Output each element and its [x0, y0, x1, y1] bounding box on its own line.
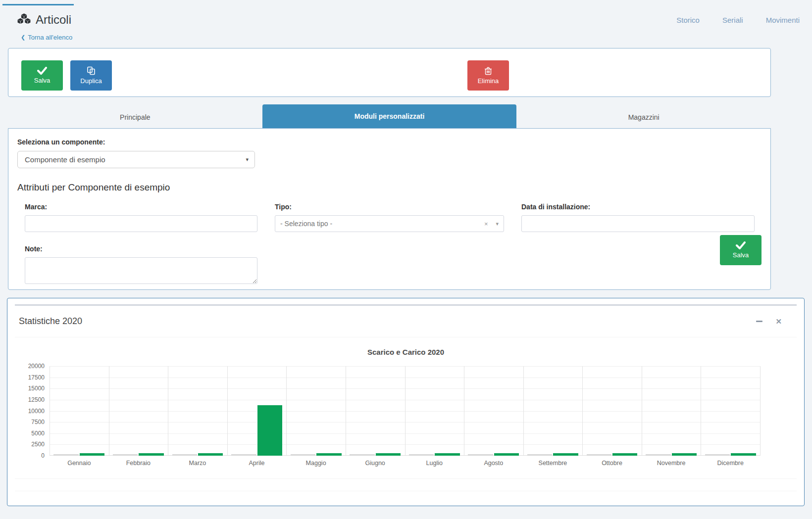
header-link-storico[interactable]: Storico [676, 16, 700, 24]
bar-scarico [646, 454, 670, 456]
x-tick-label: Dicembre [701, 456, 760, 471]
bar-group-marzo [168, 366, 227, 456]
x-tick-label: Febbraio [109, 456, 168, 471]
bar-group-gennaio [50, 366, 109, 456]
chevron-left-icon: ❮ [21, 34, 25, 41]
trash-icon [484, 67, 492, 75]
installation-date-label: Data di installazione: [521, 203, 755, 211]
back-to-list-link[interactable]: ❮ Torna all'elenco [21, 34, 72, 41]
installation-date-input[interactable] [521, 215, 755, 232]
bar-group-luglio [405, 366, 464, 456]
marca-input[interactable] [25, 215, 257, 232]
top-accent-bar [2, 4, 74, 5]
save-button[interactable]: Salva [21, 60, 63, 91]
bar-carico [435, 453, 459, 456]
bar-group-agosto [464, 366, 523, 456]
statistics-panel: Statistiche 2020 ✕ Scarico e Carico 2020… [7, 298, 805, 506]
y-tick-label: 15000 [28, 385, 45, 392]
bar-scarico [231, 454, 256, 456]
bar-group-aprile [227, 366, 287, 456]
y-tick-label: 20000 [28, 363, 45, 370]
divider [15, 491, 797, 491]
tab-bar: PrincipaleModuli personalizzatiMagazzini [8, 106, 771, 128]
bar-group-dicembre [701, 366, 760, 456]
x-tick-label: Giugno [346, 456, 405, 471]
tab-principale[interactable]: Principale [8, 106, 262, 128]
bar-scarico [409, 454, 434, 456]
minimize-icon[interactable] [756, 321, 762, 322]
x-tick-label: Settembre [523, 456, 583, 471]
bar-carico [731, 453, 756, 456]
duplicate-button[interactable]: Duplica [70, 60, 112, 91]
y-tick-label: 10000 [28, 408, 45, 415]
bar-scarico [53, 454, 78, 456]
bar-carico [376, 453, 401, 456]
bar-scarico [587, 454, 611, 456]
x-tick-label: Novembre [642, 456, 701, 471]
bar-carico [198, 453, 223, 456]
y-tick-label: 0 [41, 452, 45, 459]
bar-scarico [172, 454, 197, 456]
y-tick-label: 5000 [31, 430, 45, 437]
note-textarea[interactable] [25, 257, 257, 284]
check-icon [736, 241, 746, 249]
component-select[interactable]: Componente di esempio ▾ [17, 151, 255, 168]
chart-title: Scarico e Carico 2020 [7, 337, 804, 366]
y-tick-label: 12500 [28, 396, 45, 403]
clear-icon[interactable]: × [484, 220, 488, 228]
bar-scarico [291, 454, 315, 456]
bar-scarico [705, 454, 730, 456]
bar-carico [316, 453, 341, 456]
x-tick-label: Luglio [405, 456, 464, 471]
header-links: StoricoSerialiMovimenti [676, 16, 800, 24]
bar-group-settembre [523, 366, 583, 456]
chart-y-axis: 20000175001500012500100007500500025000 [15, 366, 50, 456]
bar-group-giugno [346, 366, 405, 456]
page-header: Articoli StoricoSerialiMovimenti [0, 0, 812, 27]
check-icon [37, 67, 47, 75]
x-tick-label: Ottobre [582, 456, 642, 471]
copy-icon [87, 66, 96, 75]
bar-scarico [113, 454, 138, 456]
bar-chart: 20000175001500012500100007500500025000 [15, 366, 804, 456]
tipo-select[interactable]: - Seleziona tipo - × ▾ [275, 215, 504, 232]
bar-group-febbraio [109, 366, 168, 456]
bar-carico [80, 453, 104, 456]
bar-scarico [468, 454, 493, 456]
bar-carico [139, 453, 163, 456]
header-link-seriali[interactable]: Seriali [722, 16, 743, 24]
delete-button[interactable]: Elimina [467, 60, 509, 91]
chevron-down-icon: ▾ [496, 221, 499, 227]
x-tick-label: Gennaio [50, 456, 109, 471]
chart-plot-area [50, 366, 760, 456]
bar-carico [553, 453, 578, 456]
bar-carico [257, 405, 282, 456]
y-tick-label: 2500 [31, 441, 45, 448]
y-tick-label: 17500 [28, 374, 45, 381]
attributes-save-button[interactable]: Salva [720, 235, 761, 265]
bar-scarico [527, 454, 552, 456]
cubes-icon [17, 13, 31, 27]
close-icon[interactable]: ✕ [775, 318, 782, 325]
x-tick-label: Agosto [464, 456, 523, 471]
y-tick-label: 7500 [31, 419, 45, 425]
x-tick-label: Marzo [168, 456, 227, 471]
marca-label: Marca: [25, 203, 257, 211]
attributes-heading: Attributi per Componente di esempio [17, 182, 761, 193]
bar-group-novembre [642, 366, 701, 456]
statistics-title: Statistiche 2020 [19, 316, 82, 327]
tab-moduli-personalizzati[interactable]: Moduli personalizzati [262, 104, 517, 128]
tab-magazzini[interactable]: Magazzini [516, 106, 771, 128]
x-tick-label: Maggio [286, 456, 346, 471]
page-title: Articoli [36, 13, 71, 27]
toolbar-box: Salva Duplica Elimina [8, 48, 771, 97]
note-label: Note: [25, 245, 257, 253]
custom-modules-panel: Seleziona un componente: Componente di e… [8, 128, 771, 290]
x-tick-label: Aprile [227, 456, 287, 471]
bar-carico [672, 453, 697, 456]
bar-carico [494, 453, 519, 456]
tipo-label: Tipo: [275, 203, 504, 211]
header-link-movimenti[interactable]: Movimenti [766, 16, 800, 24]
bar-scarico [350, 454, 374, 456]
bar-group-ottobre [582, 366, 642, 456]
